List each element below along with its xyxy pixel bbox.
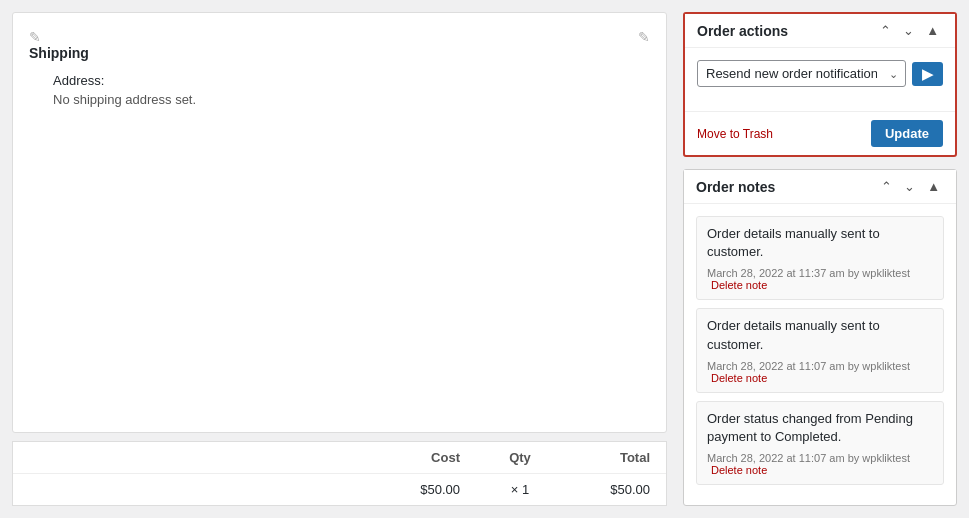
notes-panel-controls: ⌃ ⌄ ▲ [877, 178, 944, 195]
action-dropdown-row: Resend new order notification Regenerate… [697, 60, 943, 87]
note-item: Order details manually sent to customer.… [696, 216, 944, 300]
col-header-cost: Cost [390, 450, 460, 465]
shipping-title: Shipping [29, 45, 89, 61]
order-actions-body: Resend new order notification Regenerate… [685, 48, 955, 111]
delete-note-link[interactable]: Delete note [711, 372, 767, 384]
note-author: by wpkliktest [848, 360, 910, 372]
note-meta: March 28, 2022 at 11:07 am by wpkliktest… [707, 452, 933, 476]
note-author: by wpkliktest [848, 267, 910, 279]
sidebar: Order actions ⌃ ⌄ ▲ Resend new order not… [679, 0, 969, 518]
note-timestamp: March 28, 2022 at 11:07 am [707, 360, 845, 372]
note-author: by wpkliktest [848, 452, 910, 464]
cell-qty: × 1 [500, 482, 540, 497]
note-meta: March 28, 2022 at 11:07 am by wpkliktest… [707, 360, 933, 384]
order-notes-title: Order notes [696, 179, 775, 195]
edit-icon-left[interactable]: ✎ [29, 29, 41, 45]
cell-total: $50.00 [580, 482, 650, 497]
col-header-total: Total [580, 450, 650, 465]
order-actions-title: Order actions [697, 23, 788, 39]
note-text: Order details manually sent to customer. [707, 225, 933, 261]
address-value: No shipping address set. [53, 92, 650, 107]
notes-collapse-down-btn[interactable]: ⌄ [900, 178, 919, 195]
order-notes-body: Order details manually sent to customer.… [684, 204, 956, 505]
edit-icon-right[interactable]: ✎ [638, 29, 650, 45]
panel-controls: ⌃ ⌄ ▲ [876, 22, 943, 39]
shipping-panel: ✎ Shipping ✎ Address: No shipping addres… [12, 12, 667, 433]
notes-collapse-up-btn[interactable]: ⌃ [877, 178, 896, 195]
note-item: Order details manually sent to customer.… [696, 308, 944, 392]
minimize-btn[interactable]: ▲ [922, 22, 943, 39]
update-button[interactable]: Update [871, 120, 943, 147]
table-header: Cost Qty Total [13, 442, 666, 474]
action-select-wrapper[interactable]: Resend new order notification Regenerate… [697, 60, 906, 87]
notes-list: Order details manually sent to customer.… [696, 216, 944, 493]
delete-note-link[interactable]: Delete note [711, 279, 767, 291]
order-actions-footer: Move to Trash Update [685, 111, 955, 155]
col-header-qty: Qty [500, 450, 540, 465]
note-item: Order status changed from Pending paymen… [696, 401, 944, 485]
collapse-down-btn[interactable]: ⌄ [899, 22, 918, 39]
cell-cost: $50.00 [390, 482, 460, 497]
delete-note-link[interactable]: Delete note [711, 464, 767, 476]
order-table: Cost Qty Total $50.00 × 1 $50.00 [12, 441, 667, 506]
note-text: Order details manually sent to customer. [707, 317, 933, 353]
run-action-button[interactable]: ▶ [912, 62, 943, 86]
notes-minimize-btn[interactable]: ▲ [923, 178, 944, 195]
note-text: Order status changed from Pending paymen… [707, 410, 933, 446]
note-timestamp: March 28, 2022 at 11:37 am [707, 267, 845, 279]
move-to-trash-link[interactable]: Move to Trash [697, 127, 773, 141]
address-label: Address: [53, 73, 650, 88]
action-select[interactable]: Resend new order notification Regenerate… [697, 60, 906, 87]
collapse-up-btn[interactable]: ⌃ [876, 22, 895, 39]
table-row: $50.00 × 1 $50.00 [13, 474, 666, 505]
order-notes-panel: Order notes ⌃ ⌄ ▲ Order details manually… [683, 169, 957, 506]
note-timestamp: March 28, 2022 at 11:07 am [707, 452, 845, 464]
order-actions-header: Order actions ⌃ ⌄ ▲ [685, 14, 955, 48]
order-actions-panel: Order actions ⌃ ⌄ ▲ Resend new order not… [683, 12, 957, 157]
note-meta: March 28, 2022 at 11:37 am by wpkliktest… [707, 267, 933, 291]
order-notes-header: Order notes ⌃ ⌄ ▲ [684, 170, 956, 204]
